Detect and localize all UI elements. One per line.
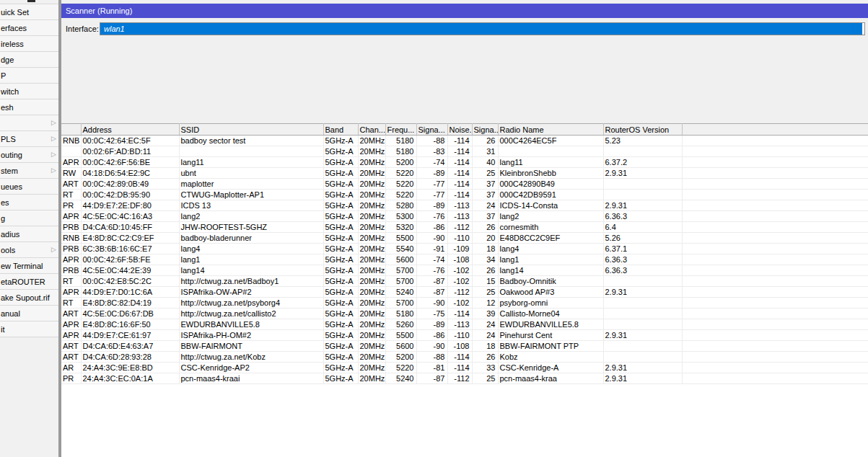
column-header-signal-to-noise[interactable]: Signa...	[472, 124, 498, 136]
sidebar-item-system[interactable]: stem▷	[0, 163, 58, 179]
cell-signal-to-noise: 25	[472, 168, 498, 179]
column-header-band[interactable]: Band	[323, 124, 358, 136]
table-row[interactable]: ARTD4:CA:6D:28:93:28http://ctwug.za.net/…	[61, 352, 868, 363]
cell-routeros-version: 6.37.2	[603, 157, 682, 168]
column-header-frequency[interactable]: Frequ...	[385, 124, 416, 136]
table-row[interactable]: APRE4:8D:8C:16:6F:50EWDURBANVILLE5.85GHz…	[61, 319, 868, 330]
cell-band: 5GHz-A	[323, 341, 358, 352]
cell-ssid	[179, 146, 323, 157]
cell-filler	[682, 244, 868, 254]
table-row[interactable]: RT00:0C:42:DB:95:90CTWUG-Maplotter-AP15G…	[61, 190, 868, 200]
cell-routeros-version	[603, 146, 682, 157]
table-row[interactable]: ART4C:5E:0C:D6:67:DBhttp://ctwug.za.net/…	[61, 309, 868, 319]
cell-frequency: 5220	[385, 363, 416, 373]
table-row[interactable]: PR44:D9:E7:2E:DF:80ICDS 135GHz-A20MHz528…	[61, 200, 868, 211]
cell-signal-to-noise: 37	[472, 179, 498, 190]
column-header-address[interactable]: Address	[81, 124, 179, 136]
sidebar-item-mesh[interactable]: esh	[0, 99, 58, 115]
cell-flags: RT	[61, 298, 81, 309]
cell-signal-strength: -90	[416, 341, 447, 352]
cell-filler	[682, 200, 868, 211]
table-row[interactable]: APR44:D9:E7:CE:61:97ISPAfrika-PH-OM#25GH…	[61, 330, 868, 341]
sidebar-item-mpls[interactable]: PLS▷	[0, 131, 58, 147]
column-header-ssid[interactable]: SSID	[179, 124, 323, 136]
sidebar: uick SeterfacesirelessdgePwitchesh▷PLS▷o…	[0, 0, 58, 457]
table-row[interactable]: APR00:0C:42:6F:5B:FElang15GHz-A20MHz5600…	[61, 254, 868, 265]
column-header-signal-strength[interactable]: Signa...	[416, 124, 447, 136]
table-row[interactable]: ARTD4:CA:6D:E4:63:A7BBW-FAIRMONT5GHz-A20…	[61, 341, 868, 352]
cell-address: 4C:5E:0C:44:2E:39	[81, 265, 179, 276]
sidebar-item-switch[interactable]: witch	[0, 84, 58, 99]
sidebar-item-metarouter[interactable]: etaROUTER	[0, 274, 58, 290]
table-row[interactable]: RTE4:8D:8C:82:D4:19http://ctwug.za.net/p…	[61, 298, 868, 309]
cell-address: 4C:5E:0C:D6:67:DB	[81, 309, 179, 319]
sidebar-item-bridge[interactable]: dge	[0, 52, 58, 68]
table-row[interactable]: APR00:0C:42:6F:56:BElang115GHz-A20MHz520…	[61, 157, 868, 168]
column-header-routeros-version[interactable]: RouterOS Version	[603, 124, 682, 136]
table-row[interactable]: RNBE4:8D:8C:C2:C9:EFbadboy-bladerunner5G…	[61, 233, 868, 244]
cell-routeros-version: 6.37.1	[603, 244, 682, 254]
sidebar-item-files[interactable]: es	[0, 195, 58, 210]
cell-noise-floor: -108	[447, 341, 472, 352]
cell-noise-floor: -112	[447, 373, 472, 384]
cell-band: 5GHz-A	[323, 319, 358, 330]
cell-ssid: lang14	[179, 265, 323, 276]
table-row[interactable]: PRB6C:3B:6B:16:6C:E7lang45GHz-A20MHz5540…	[61, 244, 868, 254]
table-row[interactable]: 00:02:6F:AD:BD:115GHz-A20MHz5180-83-1143…	[61, 146, 868, 157]
window-titlebar[interactable]: Scanner (Running)	[61, 4, 868, 18]
table-row[interactable]: RT00:0C:42:E8:5C:2Chttp://ctwug.za.net/B…	[61, 276, 868, 287]
sidebar-item-wireless[interactable]: ireless	[0, 36, 58, 52]
cell-band: 5GHz-A	[323, 330, 358, 341]
cell-ssid: lang2	[179, 211, 323, 222]
table-row[interactable]: RW04:18:D6:54:E2:9Cubnt5GHz-A20MHz5220-8…	[61, 168, 868, 179]
sidebar-item-radius[interactable]: adius	[0, 226, 58, 242]
table-row[interactable]: ART00:0C:42:89:0B:49maplotter5GHz-A20MHz…	[61, 179, 868, 190]
cell-noise-floor: -114	[447, 136, 472, 146]
sidebar-item-interfaces[interactable]: erfaces	[0, 20, 58, 36]
cell-signal-to-noise: 40	[472, 157, 498, 168]
cell-ssid: lang1	[179, 254, 323, 265]
sidebar-item-tools[interactable]: ools▷	[0, 242, 58, 258]
table-row[interactable]: PRBD4:CA:6D:10:45:FFJHW-ROOFTEST-5GHZ5GH…	[61, 222, 868, 233]
cell-address: 44:D9:E7:2E:DF:80	[81, 200, 179, 211]
sidebar-item-ppp[interactable]: P	[0, 68, 58, 84]
cell-channel-width: 20MHz	[358, 287, 385, 298]
column-header-channel-width[interactable]: Chan...	[358, 124, 385, 136]
cell-routeros-version: 5.23	[603, 136, 682, 146]
cell-channel-width: 20MHz	[358, 276, 385, 287]
sidebar-item-ip[interactable]: ▷	[0, 115, 58, 131]
cell-flags: APR	[61, 330, 81, 341]
cell-frequency: 5280	[385, 200, 416, 211]
sidebar-item-label: it	[0, 325, 5, 334]
interface-combobox[interactable]: wlan1	[100, 22, 865, 35]
cell-signal-to-noise: 12	[472, 298, 498, 309]
cell-radio-name: psyborg-omni	[498, 298, 603, 309]
table-row[interactable]: APR44:D9:E7:D0:1C:6AISPAfrika-OW-AP#25GH…	[61, 287, 868, 298]
cell-frequency: 5180	[385, 309, 416, 319]
cell-channel-width: 20MHz	[358, 179, 385, 190]
cell-signal-to-noise: 39	[472, 309, 498, 319]
column-header-radio-name[interactable]: Radio Name	[498, 124, 603, 136]
cell-channel-width: 20MHz	[358, 373, 385, 384]
sidebar-item-new-terminal[interactable]: ew Terminal	[0, 258, 58, 274]
submenu-arrow-icon: ▷	[51, 135, 56, 143]
table-row[interactable]: RNB00:0C:42:64:EC:5Fbadboy sector test5G…	[61, 136, 868, 146]
sidebar-item-queues[interactable]: ueues	[0, 179, 58, 195]
table-row[interactable]: PRB4C:5E:0C:44:2E:39lang145GHz-A20MHz570…	[61, 265, 868, 276]
cell-filler	[682, 157, 868, 168]
cell-frequency: 5320	[385, 222, 416, 233]
sidebar-item-routing[interactable]: outing▷	[0, 147, 58, 163]
table-row[interactable]: APR4C:5E:0C:4C:16:A3lang25GHz-A20MHz5300…	[61, 211, 868, 222]
table-row[interactable]: PR24:A4:3C:EC:0A:1Apcn-maas4-kraai5GHz-A…	[61, 373, 868, 384]
cell-address: 00:0C:42:6F:56:BE	[81, 157, 179, 168]
sidebar-item-manual[interactable]: anual	[0, 306, 58, 321]
cell-address: 00:0C:42:89:0B:49	[81, 179, 179, 190]
sidebar-item-make-supout-rif[interactable]: ake Supout.rif	[0, 290, 58, 306]
table-row[interactable]: AR24:A4:3C:9E:E8:BDCSC-Kenridge-AP25GHz-…	[61, 363, 868, 373]
sidebar-item-quick-set[interactable]: uick Set	[0, 4, 58, 20]
sidebar-item-log[interactable]: g	[0, 210, 58, 226]
sidebar-item-exit[interactable]: it	[0, 321, 58, 337]
column-header-flags[interactable]	[61, 124, 81, 136]
column-header-noise-floor[interactable]: Noise...	[447, 124, 472, 136]
cell-radio-name: Badboy-Omnitik	[498, 276, 603, 287]
